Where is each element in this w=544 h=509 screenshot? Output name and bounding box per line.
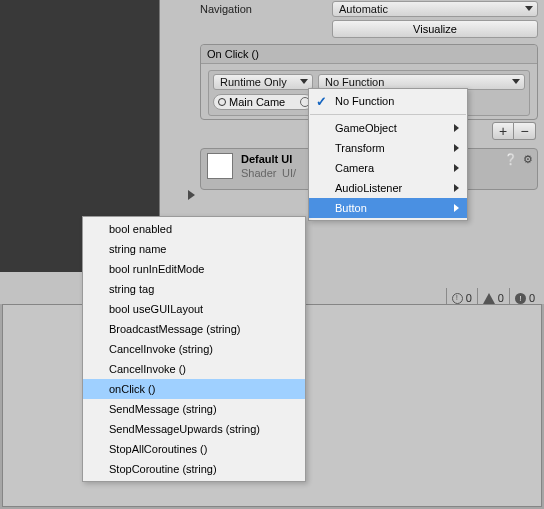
menu-item-no-function[interactable]: ✓ No Function (309, 91, 467, 111)
navigation-dropdown-value: Automatic (339, 3, 388, 15)
triangle-right-icon (188, 190, 195, 200)
chevron-right-icon (454, 144, 459, 152)
menu-item-label: Button (335, 202, 367, 214)
submenu-item[interactable]: BroadcastMessage (string) (83, 319, 305, 339)
console-status-counts: 0 0 ! 0 (446, 292, 540, 304)
submenu-item-label: CancelInvoke (string) (109, 343, 213, 355)
submenu-item[interactable]: CancelInvoke (string) (83, 339, 305, 359)
navigation-row: Navigation Automatic (200, 0, 538, 18)
submenu-item[interactable]: string tag (83, 279, 305, 299)
menu-item-label: Camera (335, 162, 374, 174)
submenu-item-label: SendMessage (string) (109, 403, 217, 415)
submenu-item[interactable]: bool useGUILayout (83, 299, 305, 319)
call-state-value: Runtime Only (220, 76, 287, 88)
submenu-item[interactable]: SendMessageUpwards (string) (83, 419, 305, 439)
chevron-right-icon (454, 164, 459, 172)
submenu-item-label: onClick () (109, 383, 155, 395)
navigation-dropdown[interactable]: Automatic (332, 1, 538, 17)
submenu-item-label: bool enabled (109, 223, 172, 235)
check-icon: ✓ (316, 94, 327, 109)
gear-icon[interactable]: ⚙ (523, 153, 533, 166)
help-icon[interactable]: ❔ (504, 153, 518, 166)
chevron-down-icon (300, 79, 308, 84)
submenu-item[interactable]: bool enabled (83, 219, 305, 239)
chevron-down-icon (525, 6, 533, 11)
function-dropdown-value: No Function (325, 76, 384, 88)
shader-value: UI/ (282, 167, 296, 179)
object-ring-icon (218, 98, 226, 106)
add-event-button[interactable]: + (492, 122, 514, 140)
visualize-button-label: Visualize (413, 23, 457, 35)
material-name: Default UI (241, 153, 296, 165)
target-object-field[interactable]: Main Came (213, 94, 313, 110)
menu-item-button[interactable]: Button (309, 198, 467, 218)
menu-item-gameobject[interactable]: GameObject (309, 118, 467, 138)
submenu-item-label: BroadcastMessage (string) (109, 323, 240, 335)
info-icon (452, 293, 463, 304)
chevron-right-icon (454, 124, 459, 132)
function-menu: ✓ No Function GameObject Transform Camer… (308, 88, 468, 221)
info-count: 0 (466, 292, 472, 304)
menu-item-transform[interactable]: Transform (309, 138, 467, 158)
submenu-item[interactable]: bool runInEditMode (83, 259, 305, 279)
submenu-item-label: StopAllCoroutines () (109, 443, 207, 455)
submenu-item[interactable]: StopAllCoroutines () (83, 439, 305, 459)
submenu-item-label: SendMessageUpwards (string) (109, 423, 260, 435)
submenu-item-label: bool useGUILayout (109, 303, 203, 315)
material-preview-swatch (207, 153, 233, 179)
menu-item-camera[interactable]: Camera (309, 158, 467, 178)
submenu-item-label: bool runInEditMode (109, 263, 204, 275)
submenu-item-label: CancelInvoke () (109, 363, 186, 375)
submenu-item[interactable]: StopCoroutine (string) (83, 459, 305, 479)
error-icon: ! (515, 293, 526, 304)
target-object-value: Main Came (229, 96, 285, 108)
menu-item-label: Transform (335, 142, 385, 154)
menu-item-label: AudioListener (335, 182, 402, 194)
submenu-item-onclick[interactable]: onClick () (83, 379, 305, 399)
submenu-item[interactable]: string name (83, 239, 305, 259)
chevron-down-icon (512, 79, 520, 84)
menu-item-label: No Function (335, 95, 394, 107)
shader-label: Shader (241, 167, 276, 179)
event-list-buttons: + − (492, 122, 536, 140)
call-state-dropdown[interactable]: Runtime Only (213, 74, 313, 90)
chevron-right-icon (454, 204, 459, 212)
submenu-item-label: StopCoroutine (string) (109, 463, 217, 475)
menu-item-audiolistener[interactable]: AudioListener (309, 178, 467, 198)
visualize-button[interactable]: Visualize (332, 20, 538, 38)
preview-expand-handle[interactable] (188, 190, 198, 200)
button-submenu: bool enabled string name bool runInEditM… (82, 216, 306, 482)
remove-event-button[interactable]: − (514, 122, 536, 140)
submenu-item-label: string tag (109, 283, 154, 295)
menu-item-label: GameObject (335, 122, 397, 134)
warning-icon (483, 293, 495, 304)
warning-count: 0 (498, 292, 504, 304)
submenu-item-label: string name (109, 243, 166, 255)
onclick-header: On Click () (201, 45, 537, 64)
menu-separator (310, 114, 466, 115)
error-count: 0 (529, 292, 535, 304)
chevron-right-icon (454, 184, 459, 192)
navigation-label: Navigation (200, 3, 332, 15)
submenu-item[interactable]: SendMessage (string) (83, 399, 305, 419)
submenu-item[interactable]: CancelInvoke () (83, 359, 305, 379)
